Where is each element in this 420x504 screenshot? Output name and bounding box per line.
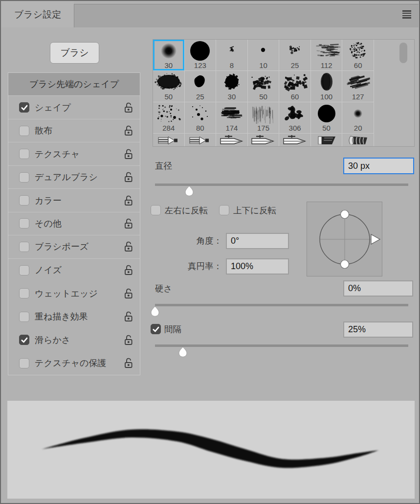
brush-preset-nibpen[interactable] [248,134,280,147]
brush-preset-50[interactable]: 50 [153,71,185,102]
angle-input[interactable]: 0° [226,233,289,249]
checkbox[interactable] [19,288,29,298]
lock-icon[interactable] [124,288,133,299]
brush-preset-80[interactable]: 80 [185,102,217,134]
checkbox[interactable] [19,335,29,345]
lock-icon[interactable] [124,102,133,113]
hardness-slider-track[interactable] [155,304,408,306]
checkbox[interactable] [19,149,29,159]
sidebar-item-2[interactable]: 散布 [8,119,140,142]
brush-preset-100[interactable]: 100 [311,71,343,102]
brush-preset-chisel[interactable] [311,134,343,147]
sidebar-item-11[interactable]: 滑らかさ [8,328,140,351]
lock-icon[interactable] [124,149,133,160]
sidebar-item-9[interactable]: ウェットエッジ [8,282,140,305]
brush-thumbnail [185,71,216,93]
spacing-input[interactable]: 25% [343,321,413,338]
lock-icon[interactable] [124,195,133,206]
brush-preset-20[interactable]: 20 [342,102,374,134]
spacing-checkbox[interactable] [151,324,161,334]
checkbox[interactable] [19,195,29,206]
nibpen-icon [248,134,279,144]
lock-icon[interactable] [124,265,133,275]
tab-brush-settings[interactable]: ブラシ設定 [1,1,74,27]
sidebar-item-8[interactable]: ノイズ [8,259,140,282]
sidebar-item-label: ノイズ [35,264,124,276]
sidebar-item-5[interactable]: カラー [8,189,140,212]
checkbox[interactable] [19,172,29,183]
lock-icon[interactable] [124,218,133,229]
brush-preset-175[interactable]: 175 [248,102,280,134]
scrollbar[interactable] [374,40,414,146]
sidebar-item-0[interactable]: ブラシ先端のシェイプ [8,73,140,96]
flip-y-checkbox[interactable] [219,205,229,215]
roundness-handle-top[interactable] [341,210,349,219]
brush-preset-112[interactable]: 112 [311,40,343,71]
checkbox[interactable] [19,312,29,322]
panel-menu-icon[interactable] [402,10,411,19]
checkbox[interactable] [19,358,29,368]
brush-size-label: 30 [164,62,173,69]
brush-button[interactable]: ブラシ [50,42,99,64]
lock-icon[interactable] [124,335,133,345]
angle-arrow-handle[interactable] [371,234,380,244]
sidebar-item-7[interactable]: ブラシポーズ [8,235,140,258]
sidebar-item-label: テクスチャ [35,148,124,160]
lock-icon[interactable] [124,172,133,183]
tab-title: ブラシ設定 [14,8,61,21]
brush-preset-306[interactable]: 306 [279,102,311,134]
brush-preset-30[interactable]: 30 [216,71,248,102]
sidebar-item-label: その他 [35,218,124,229]
checkbox[interactable] [19,102,29,113]
brush-preset-25[interactable]: 25 [279,40,311,71]
diameter-slider-thumb[interactable] [184,185,195,196]
sidebar-item-1[interactable]: シェイプ [8,96,140,119]
nibpen-icon [216,134,247,144]
brush-preset-flatpen[interactable] [153,134,185,147]
roundness-handle-bottom[interactable] [341,260,349,269]
lock-icon[interactable] [124,311,133,322]
brush-preset-fan[interactable] [342,134,374,147]
brush-preset-60[interactable]: 60 [279,71,311,102]
brush-preset-10[interactable]: 10 [248,40,280,71]
brush-preset-nibpen[interactable] [216,134,248,147]
brush-settings-list: ブラシ先端のシェイプシェイプ散布テクスチャデュアルブラシカラーその他ブラシポーズ… [8,72,140,375]
scrollbar-thumb[interactable] [399,43,407,63]
flip-x-checkbox[interactable] [151,205,161,215]
sidebar-item-3[interactable]: テクスチャ [8,142,140,165]
brush-preset-50[interactable]: 50 [311,102,343,134]
lock-icon[interactable] [124,358,133,368]
checkbox[interactable] [19,265,29,275]
sidebar-item-12[interactable]: テクスチャの保護 [8,352,140,375]
angle-roundness-widget[interactable] [307,202,382,276]
roundness-input[interactable]: 100% [226,258,289,275]
brush-preset-284[interactable]: 284 [153,102,185,134]
brush-size-label: 25 [196,93,204,101]
spacing-slider-thumb[interactable] [177,346,188,357]
brush-preset-60[interactable]: 60 [342,40,374,71]
unlock-icon [124,102,133,113]
sidebar-item-10[interactable]: 重ね描き効果 [8,305,140,328]
brush-preset-50[interactable]: 50 [248,71,280,102]
hardness-input[interactable]: 0% [343,280,413,297]
brush-preset-8[interactable]: 8 [216,40,248,71]
hardness-slider-thumb[interactable] [150,306,160,317]
diameter-input[interactable]: 30 px [343,158,414,174]
checkbox[interactable] [19,242,29,252]
sidebar-item-6[interactable]: その他 [8,212,140,235]
unlock-icon [124,241,133,252]
brush-preset-nibpen[interactable] [279,134,311,147]
brush-preset-123[interactable]: 123 [185,40,217,71]
lock-icon[interactable] [124,241,133,252]
spacing-slider-track[interactable] [155,344,408,347]
sidebar-item-4[interactable]: デュアルブラシ [8,166,140,189]
brush-preset-127[interactable]: 127 [342,71,374,102]
lock-icon[interactable] [124,125,133,136]
brush-size-label: 112 [321,62,332,69]
checkbox[interactable] [19,126,29,136]
brush-preset-25[interactable]: 25 [185,71,217,102]
brush-preset-174[interactable]: 174 [216,102,248,134]
brush-preset-flatpen[interactable] [185,134,217,147]
brush-preset-30-selected[interactable]: 30 [153,40,185,71]
checkbox[interactable] [19,218,29,229]
